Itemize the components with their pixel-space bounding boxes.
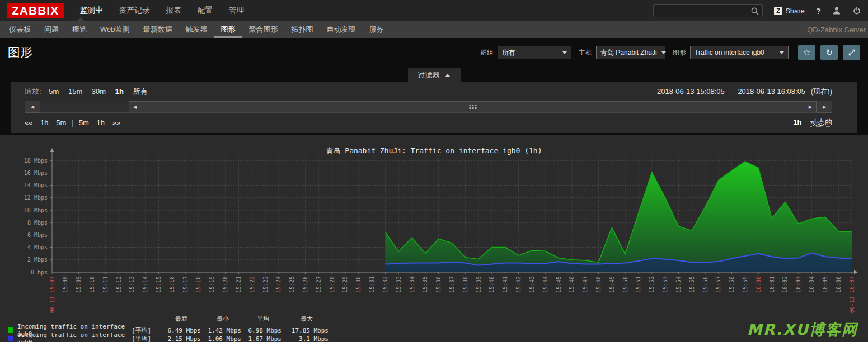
slider-right-arrow-icon[interactable]: ▶	[809, 104, 812, 110]
zoom-all[interactable]: 所有	[133, 87, 148, 96]
fullscreen-icon	[848, 49, 856, 56]
svg-text:6 Mbps: 6 Mbps	[27, 232, 48, 238]
outgoing-swatch	[8, 336, 13, 341]
active-menu-pointer	[77, 17, 85, 21]
scroll-right-button[interactable]: ▶	[817, 101, 832, 113]
svg-text:15:33: 15:33	[396, 276, 402, 293]
zoom-15m[interactable]: 15m	[68, 87, 82, 96]
svg-text:15:31: 15:31	[369, 276, 375, 293]
refresh-button[interactable]: ↻	[820, 45, 838, 60]
tab-graphs[interactable]: 图形	[214, 21, 242, 38]
svg-text:15:27: 15:27	[316, 276, 322, 293]
menu-administration[interactable]: 管理	[228, 6, 244, 16]
window-length: 1h	[793, 118, 801, 126]
svg-text:15:49: 15:49	[609, 276, 615, 293]
svg-text:15:57: 15:57	[715, 276, 721, 293]
period-end-link[interactable]: 2018-06-13 16:08:05	[738, 87, 805, 96]
profile-icon[interactable]	[832, 6, 841, 15]
incoming-func: [平均]	[132, 326, 158, 335]
nav-next-5m[interactable]: 5m	[79, 118, 89, 127]
svg-text:15:15: 15:15	[156, 276, 162, 293]
slider-grip-icon[interactable]	[469, 104, 476, 109]
period-start-link[interactable]: 2018-06-13 15:08:05	[657, 87, 725, 96]
tab-screens[interactable]: 聚合图形	[242, 21, 285, 38]
svg-text:15:19: 15:19	[209, 276, 215, 293]
tab-web[interactable]: Web监测	[93, 21, 137, 38]
zoom-1h-active[interactable]: 1h	[115, 87, 124, 96]
host-label: 主机	[579, 48, 592, 58]
svg-text:15:11: 15:11	[102, 276, 109, 293]
zoom-5m[interactable]: 5m	[49, 87, 59, 96]
tab-maps[interactable]: 拓扑图	[285, 21, 320, 38]
time-nav-links: «« 1h 5m | 5m 1h »»	[25, 118, 120, 127]
legend-row-incoming: Incoming traffic on interface igb0 [平均] …	[8, 323, 329, 331]
svg-text:15:44: 15:44	[542, 276, 548, 293]
svg-text:15:32: 15:32	[382, 276, 388, 293]
menu-monitoring[interactable]: 监测中	[79, 6, 103, 16]
scroll-left-button[interactable]: ◀	[25, 101, 40, 113]
svg-text:15:38: 15:38	[462, 276, 468, 293]
nav-prev-1h[interactable]: 1h	[40, 118, 48, 127]
group-select-value: 所有	[502, 48, 515, 58]
fullscreen-button[interactable]	[843, 45, 860, 60]
svg-text:15:50: 15:50	[622, 276, 628, 293]
traffic-graph: 0 bps2 Mbps4 Mbps6 Mbps8 Mbps10 Mbps12 M…	[0, 135, 868, 314]
svg-text:15:53: 15:53	[662, 276, 668, 293]
svg-text:15:43: 15:43	[529, 276, 535, 293]
arrow-left-icon: ◀	[31, 104, 34, 110]
outgoing-max: 3.1 Mbps	[285, 335, 329, 342]
group-select[interactable]: 所有	[498, 46, 571, 59]
scrollbar-track[interactable]: ◀ ▶	[40, 101, 817, 113]
svg-text:0 bps: 0 bps	[31, 269, 48, 276]
svg-text:15:35: 15:35	[422, 276, 428, 293]
tab-problems[interactable]: 问题	[37, 21, 65, 38]
zabbix-logo[interactable]: ZABBIX	[7, 3, 64, 18]
scrollbar-slider[interactable]: ◀ ▶	[129, 101, 817, 112]
period-now-link[interactable]: (现在!)	[811, 87, 832, 96]
menu-configuration[interactable]: 配置	[197, 6, 213, 16]
nav-prev-5m[interactable]: 5m	[56, 118, 66, 127]
chevron-down-icon	[562, 51, 567, 54]
tab-discovery[interactable]: 自动发现	[320, 21, 363, 38]
svg-text:4 Mbps: 4 Mbps	[27, 244, 48, 250]
incoming-swatch	[8, 327, 13, 333]
svg-text:15:47: 15:47	[582, 276, 588, 293]
dynamic-link[interactable]: 动态的	[810, 118, 832, 127]
chevron-down-icon	[661, 51, 666, 54]
search-input[interactable]	[653, 4, 763, 17]
menu-inventory[interactable]: 资产记录	[119, 6, 150, 16]
logout-icon[interactable]	[852, 6, 861, 15]
svg-text:15:21: 15:21	[236, 276, 242, 293]
search-icon[interactable]	[750, 7, 759, 16]
tab-dashboard[interactable]: 仪表板	[2, 21, 37, 38]
svg-text:15:59: 15:59	[742, 276, 748, 293]
collapse-icon	[445, 74, 451, 77]
share-button[interactable]: Z Share	[774, 7, 805, 15]
menu-reports[interactable]: 报表	[166, 6, 181, 16]
nav-prev-fast[interactable]: ««	[25, 118, 32, 127]
svg-text:15:24: 15:24	[275, 276, 281, 293]
tab-latest-data[interactable]: 最新数据	[137, 21, 179, 38]
nav-next-1h[interactable]: 1h	[97, 118, 105, 127]
tab-services[interactable]: 服务	[363, 21, 391, 38]
tab-overview[interactable]: 概览	[65, 21, 93, 38]
page-header: 图形 群组 所有 主机 青岛 Panabit ZhuJi 图形 Traffic …	[0, 38, 868, 67]
graph-select[interactable]: Traffic on interface igb0	[690, 46, 789, 59]
nav-next-fast[interactable]: »»	[112, 118, 120, 127]
svg-text:15:16: 15:16	[169, 276, 175, 293]
slider-left-arrow-icon[interactable]: ◀	[133, 104, 137, 110]
host-select[interactable]: 青岛 Panabit ZhuJi	[596, 46, 665, 59]
filter-toggle[interactable]: 过滤器	[408, 68, 461, 82]
svg-text:15:25: 15:25	[289, 276, 295, 293]
svg-text:15:51: 15:51	[635, 276, 641, 293]
svg-text:15:56: 15:56	[702, 276, 709, 293]
svg-text:16:02: 16:02	[782, 276, 788, 293]
time-scrollbar: ◀ ◀ ▶ ▶	[25, 101, 832, 113]
legend-col-avg: 平均	[245, 315, 281, 323]
favourite-button[interactable]: ☆	[798, 45, 815, 60]
arrow-right-icon: ▶	[823, 104, 826, 110]
time-filter-panel: 缩放: 5m 15m 30m 1h 所有 2018-06-13 15:08:05…	[11, 82, 857, 133]
zoom-30m[interactable]: 30m	[92, 87, 106, 96]
tab-triggers[interactable]: 触发器	[179, 21, 214, 38]
help-button[interactable]: ?	[816, 6, 821, 16]
